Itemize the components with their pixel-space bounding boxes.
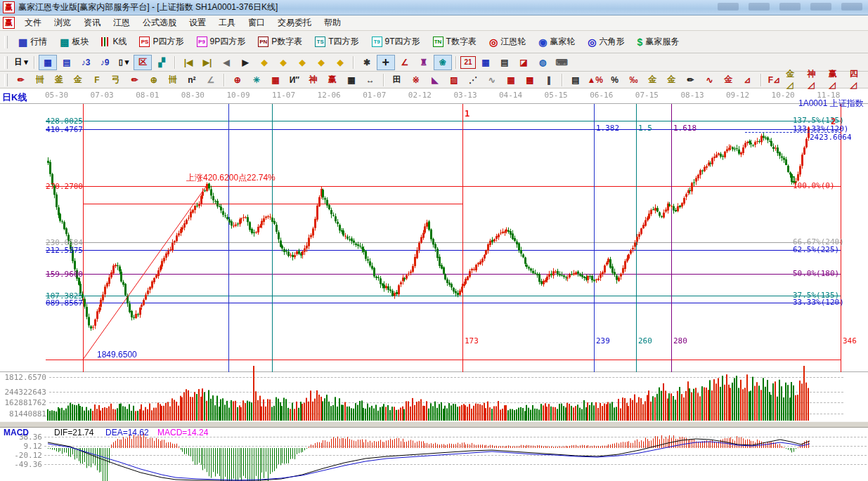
symbol-label[interactable]: 1A0001 上证指数 (798, 98, 864, 110)
toolbar-button-9T四方形[interactable]: T99T四方形 (366, 33, 426, 51)
toolbar-button-赢家轮[interactable]: ◉赢家轮 (533, 33, 581, 51)
candle-style-selector[interactable]: ▯ ▾ (115, 55, 133, 70)
menu-item-工具[interactable]: 工具 (212, 16, 242, 29)
gold-kettle-icon[interactable]: 釜 (50, 72, 68, 88)
save-icon[interactable]: ◪ (514, 55, 533, 70)
last-page-icon[interactable]: ▶| (198, 55, 216, 70)
pattern-zone-icon[interactable]: 区 (134, 55, 152, 70)
distribution-icon[interactable]: ▞ (153, 55, 171, 70)
angle-tool-icon[interactable]: ∠ (396, 55, 414, 70)
n-square-icon[interactable]: n² (183, 72, 201, 88)
page-right-icon[interactable]: ▶ (236, 55, 254, 70)
calendar-icon[interactable]: 21 (460, 56, 476, 69)
toolbar-grip[interactable] (4, 74, 8, 86)
child-window-logo-icon[interactable]: 赢 (3, 17, 15, 29)
wave-mark-icon[interactable]: И″ (285, 72, 304, 88)
list-view-icon[interactable]: ▤ (58, 55, 76, 70)
toolbar-button-K线[interactable]: K线 (96, 33, 132, 51)
toolbar-button-T四方形[interactable]: TST四方形 (309, 33, 364, 51)
toolbar-button-9P四方形[interactable]: P99P四方形 (191, 33, 252, 51)
square-net-icon[interactable]: ▨ (445, 72, 463, 88)
toolbar-button-行情[interactable]: ▦行情 (13, 33, 53, 51)
fibonacci-icon[interactable]: F (88, 72, 106, 88)
gold-lines-icon[interactable]: 金 (69, 72, 87, 88)
pen2-tool-icon[interactable]: ✏ (126, 72, 144, 88)
gann-circle-icon[interactable]: ⊕ (145, 72, 163, 88)
scale-tool-icon[interactable]: ▤ (566, 72, 585, 88)
toolbar-grip[interactable] (4, 56, 8, 69)
number-grid-icon[interactable]: ▦ (342, 72, 361, 88)
band-tool-icon[interactable]: ∿ (701, 72, 719, 88)
toolbar-button-P数字表[interactable]: PNP数字表 (252, 33, 308, 51)
menu-item-资讯[interactable]: 资讯 (77, 16, 107, 29)
menu-item-公式选股[interactable]: 公式选股 (136, 16, 183, 29)
grid-lines-icon[interactable]: 卌 (31, 72, 49, 88)
spiral-icon[interactable]: 弓 (107, 72, 125, 88)
target-icon[interactable]: ⊕ (228, 72, 247, 88)
macd-title[interactable]: MACD (4, 428, 29, 437)
toolbar-button-T数字表[interactable]: TNT数字表 (427, 33, 482, 51)
f-slope-icon[interactable]: F⊿ (765, 72, 784, 88)
red-grid-icon[interactable]: ▦ (266, 72, 285, 88)
net2-icon[interactable]: ▩ (521, 72, 539, 88)
four-slope-icon[interactable]: 四⊿ (848, 72, 868, 88)
wave-lines-icon[interactable]: ∿ (483, 72, 501, 88)
first-page-icon[interactable]: |◀ (179, 55, 197, 70)
bars-9-icon[interactable]: ♪9 (96, 55, 114, 70)
time-ruler-icon[interactable]: 卌 (164, 72, 182, 88)
zigzag-view-icon[interactable]: ▦ (39, 55, 57, 70)
terminal-icon[interactable]: ⌨ (552, 55, 571, 70)
gold-slope-icon[interactable]: 金⊿ (784, 72, 805, 88)
permille-icon[interactable]: ‰ (625, 72, 643, 88)
titlebar-faded-item[interactable] (841, 3, 862, 11)
win-slope-icon[interactable]: 赢⊿ (827, 72, 847, 88)
titlebar-faded-item[interactable] (749, 3, 770, 11)
zoom-out-icon[interactable]: ◆ (331, 55, 349, 70)
menu-item-江恩[interactable]: 江恩 (107, 16, 136, 29)
titlebar-faded-item[interactable] (810, 3, 831, 11)
toolbar-button-江恩轮[interactable]: ◎江恩轮 (484, 33, 531, 51)
win-tool-icon[interactable]: 赢 (323, 72, 342, 88)
zoom-right-icon[interactable]: ◆ (274, 55, 292, 70)
zoom-h-icon[interactable]: ◆ (293, 55, 311, 70)
gold-channel-icon[interactable]: 金 (663, 72, 681, 88)
calculator-icon[interactable]: ▦ (477, 55, 495, 70)
menu-item-窗口[interactable]: 窗口 (242, 16, 271, 29)
flower-tool-icon[interactable]: ❀ (434, 55, 452, 70)
net1-icon[interactable]: ▦ (502, 72, 520, 88)
angle-ruler-icon[interactable]: ∠ (202, 72, 220, 88)
gold-level-icon[interactable]: 金 (644, 72, 662, 88)
toolbar-button-六角形[interactable]: ◎六角形 (582, 33, 630, 51)
toolbar-grip[interactable] (4, 36, 8, 48)
span-measure-icon[interactable]: ↔ (361, 72, 380, 88)
crosshair-tool-icon[interactable]: ✛ (377, 55, 395, 70)
star-grid-icon[interactable]: ✳ (247, 72, 266, 88)
toolbar-button-赢家服务[interactable]: $赢家服务 (632, 33, 685, 51)
bars-3-icon[interactable]: ♪3 (77, 55, 95, 70)
pen-tool-icon[interactable]: ✏ (12, 72, 30, 88)
j-slope-icon[interactable]: ⊿ (739, 72, 757, 88)
titlebar-faded-item[interactable] (779, 3, 801, 11)
pane-splitter[interactable] (0, 421, 868, 428)
percent-icon[interactable]: % (606, 72, 624, 88)
network-icon[interactable]: ◍ (533, 55, 552, 70)
menu-item-文件[interactable]: 文件 (18, 16, 48, 29)
shen-slope-icon[interactable]: 神⊿ (805, 72, 826, 88)
zoom-left-icon[interactable]: ◆ (255, 55, 273, 70)
chip-tool-icon[interactable]: ♜ (415, 55, 433, 70)
angle-lines-icon[interactable]: ⋰ (464, 72, 482, 88)
hand-tool-icon[interactable]: ✱ (358, 55, 376, 70)
period-selector[interactable]: 日 ▾ (12, 55, 30, 70)
parallel-lines-icon[interactable]: ∥ (540, 72, 558, 88)
notes-icon[interactable]: ▤ (495, 55, 514, 70)
toolbar-button-P四方形[interactable]: PSP四方形 (134, 33, 189, 51)
fan-tool-icon[interactable]: ◣ (426, 72, 444, 88)
box-tool-icon[interactable]: 田 (388, 72, 406, 88)
menu-item-浏览[interactable]: 浏览 (48, 16, 77, 29)
ray-fan-icon[interactable]: ※ (407, 72, 425, 88)
menu-item-帮助[interactable]: 帮助 (318, 16, 347, 29)
page-left-icon[interactable]: ◀ (217, 55, 235, 70)
titlebar-faded-item[interactable] (718, 3, 739, 11)
menu-item-交易委托[interactable]: 交易委托 (271, 16, 318, 29)
sketch-icon[interactable]: ✏ (682, 72, 700, 88)
